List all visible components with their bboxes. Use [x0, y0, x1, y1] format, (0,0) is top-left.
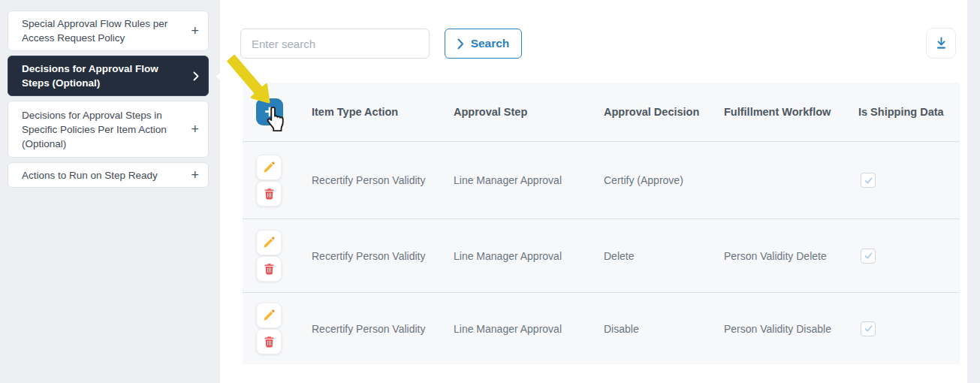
table-row: Recertify Person Validity Line Manager A… — [243, 293, 960, 364]
cell-item-type-action: Recertify Person Validity — [312, 323, 454, 335]
download-icon — [934, 36, 948, 50]
edit-row-button[interactable] — [256, 155, 282, 180]
sidebar-item-decisions-approval-steps-policies[interactable]: Decisions for Approval Steps in Specific… — [8, 101, 209, 158]
cell-approval-decision: Certify (Approve) — [604, 174, 724, 186]
delete-row-button[interactable] — [256, 181, 282, 207]
sidebar: Special Approval Flow Rules per Access R… — [0, 0, 216, 383]
trash-icon — [263, 262, 276, 276]
cell-item-type-action: Recertify Person Validity — [312, 174, 454, 186]
edit-row-button[interactable] — [256, 303, 282, 328]
sidebar-item-special-approval-flow-rules[interactable]: Special Approval Flow Rules per Access R… — [8, 11, 209, 51]
column-header-fulfillment-workflow: Fulfillment Workflow — [724, 106, 858, 118]
is-shipping-data-checkbox[interactable] — [861, 173, 876, 188]
sidebar-item-label: Decisions for Approval Flow Steps (Optio… — [22, 62, 187, 90]
check-icon — [864, 251, 873, 261]
selected-item-callout-pointer — [216, 65, 229, 88]
search-input[interactable] — [240, 29, 430, 59]
pencil-icon — [262, 161, 276, 174]
is-shipping-data-checkbox[interactable] — [861, 321, 876, 336]
main-panel: Search + Item Type Action Approval Step … — [220, 0, 967, 383]
plus-icon: + — [264, 99, 274, 125]
is-shipping-data-checkbox[interactable] — [861, 249, 876, 264]
cell-approval-decision: Disable — [604, 323, 724, 335]
cell-approval-step: Line Manager Approval — [454, 174, 604, 186]
cell-item-type-action: Recertify Person Validity — [312, 250, 454, 262]
column-header-approval-decision: Approval Decision — [604, 106, 724, 118]
cell-fulfillment-workflow: Person Validity Delete — [724, 250, 858, 262]
sidebar-item-label: Actions to Run on Step Ready — [22, 168, 185, 182]
expand-plus-icon: + — [191, 122, 199, 137]
column-header-item-type-action: Item Type Action — [312, 106, 454, 118]
download-button[interactable] — [926, 28, 956, 59]
trash-icon — [263, 335, 276, 348]
cell-approval-step: Line Manager Approval — [454, 323, 604, 335]
cell-approval-decision: Delete — [604, 250, 724, 262]
chevron-right-icon — [193, 71, 199, 81]
column-header-approval-step: Approval Step — [454, 106, 604, 118]
add-row-button[interactable]: + — [256, 98, 283, 125]
expand-plus-icon: + — [191, 24, 199, 38]
sidebar-item-actions-step-ready[interactable]: Actions to Run on Step Ready + — [8, 162, 209, 188]
cell-fulfillment-workflow: Person Validity Disable — [724, 323, 858, 335]
check-icon — [864, 324, 873, 333]
expand-plus-icon: + — [191, 168, 199, 182]
search-button-label: Search — [471, 37, 510, 50]
column-header-is-shipping-data: Is Shipping Data — [858, 106, 960, 118]
sidebar-item-label: Decisions for Approval Steps in Specific… — [22, 108, 185, 151]
edit-row-button[interactable] — [256, 230, 282, 255]
trash-icon — [263, 187, 276, 201]
table-row: Recertify Person Validity Line Manager A… — [243, 142, 960, 219]
search-button[interactable]: Search — [445, 29, 522, 59]
cell-approval-step: Line Manager Approval — [454, 250, 604, 262]
chevron-right-icon — [457, 38, 464, 50]
decisions-table: + Item Type Action Approval Step Approva… — [243, 83, 960, 364]
pencil-icon — [262, 309, 276, 322]
pencil-icon — [262, 236, 276, 249]
check-icon — [864, 176, 873, 185]
sidebar-item-label: Special Approval Flow Rules per Access R… — [22, 17, 185, 45]
delete-row-button[interactable] — [256, 329, 282, 354]
table-row: Recertify Person Validity Line Manager A… — [243, 219, 960, 293]
table-header-row: + Item Type Action Approval Step Approva… — [243, 83, 960, 142]
sidebar-item-decisions-approval-flow-steps[interactable]: Decisions for Approval Flow Steps (Optio… — [8, 56, 209, 96]
delete-row-button[interactable] — [256, 256, 282, 282]
